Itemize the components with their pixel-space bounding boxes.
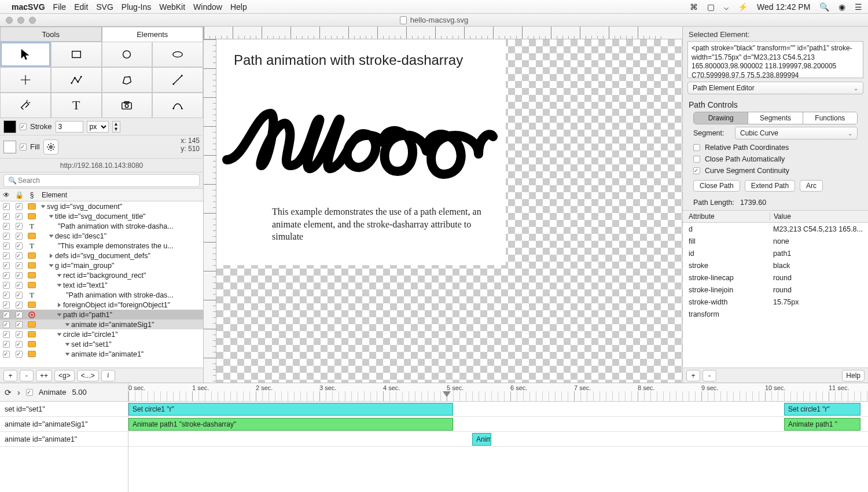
help-button[interactable]: Help	[842, 370, 865, 381]
tool-crosshair[interactable]	[0, 67, 51, 93]
minimize-window-button[interactable]	[17, 17, 24, 24]
attribute-row[interactable]: stroke-linecapround	[683, 271, 868, 284]
tool-path[interactable]	[152, 93, 203, 118]
tree-row[interactable]: g id="main_group"	[0, 260, 203, 270]
segment-type-select[interactable]: Cubic Curve⌄	[735, 127, 858, 139]
tree-row[interactable]: desc id="desc1"	[0, 231, 203, 241]
menu-plugins[interactable]: Plug-Ins	[122, 2, 151, 12]
attr-header-name[interactable]: Attribute	[683, 212, 770, 221]
remove-element-button[interactable]: -	[20, 370, 34, 381]
stroke-unit-select[interactable]: px	[87, 121, 109, 133]
duplicate-element-button[interactable]: ++	[36, 370, 52, 381]
tree-row[interactable]: rect id="background_rect"	[0, 270, 203, 280]
timeline-ruler[interactable]: 0 sec.1 sec.2 sec.3 sec.4 sec.5 sec.6 se…	[128, 383, 868, 402]
attribute-row[interactable]: dM23,213 C54.5,213 165.8...	[683, 223, 868, 235]
seg-functions[interactable]: Functions	[803, 112, 857, 124]
arc-button[interactable]: Arc	[800, 180, 823, 192]
notification-center-icon[interactable]: ☰	[855, 2, 862, 12]
zoom-window-button[interactable]	[29, 17, 36, 24]
timeline-reload-button[interactable]: ⟳	[5, 388, 12, 397]
timeline-playhead[interactable]	[443, 391, 451, 397]
close-path-button[interactable]: Close Path	[693, 180, 740, 192]
tool-polyline[interactable]	[51, 67, 102, 93]
spotlight-icon[interactable]: 🔍	[819, 2, 829, 12]
tool-polygon[interactable]	[102, 67, 153, 93]
tree-row[interactable]: svg id="svg_document"	[0, 201, 203, 211]
info-button[interactable]: i	[101, 370, 115, 381]
selected-element-text[interactable]: <path stroke="black" transform="" id="pa…	[687, 41, 863, 78]
tree-row[interactable]: animate id="animate1"	[0, 349, 203, 359]
timeline-bar[interactable]: Set circle1 "r"	[784, 403, 860, 416]
timeline-bar[interactable]: Animate circle1 "r"	[472, 433, 491, 446]
tree-row[interactable]: title id="svg_document_title"	[0, 211, 203, 221]
seg-drawing[interactable]: Drawing	[694, 112, 748, 124]
search-input[interactable]	[3, 174, 200, 187]
tool-plugin[interactable]	[0, 93, 51, 118]
tool-line[interactable]	[152, 67, 203, 93]
tool-image[interactable]	[102, 93, 153, 118]
tree-header-visibility-icon[interactable]: 👁	[0, 191, 13, 199]
settings-gear-button[interactable]	[43, 139, 58, 155]
stroke-width-input[interactable]	[56, 121, 83, 133]
clock[interactable]: Wed 12:42 PM	[757, 2, 810, 12]
timeline-track-label[interactable]: set id="set1"	[0, 402, 128, 417]
animate-checkbox[interactable]	[26, 389, 33, 396]
airplay-icon[interactable]: ▢	[707, 2, 715, 12]
fill-swatch[interactable]	[3, 141, 16, 153]
stroke-swatch[interactable]	[3, 120, 16, 133]
close-window-button[interactable]	[6, 17, 13, 24]
stroke-stepper[interactable]: ▲▼	[112, 121, 120, 133]
tree-header-lock-icon[interactable]: 🔒	[13, 191, 25, 199]
siri-icon[interactable]: ◉	[838, 2, 845, 12]
menu-file[interactable]: File	[53, 2, 67, 12]
timeline-bar[interactable]: Animate path1 "	[784, 418, 860, 431]
attr-header-value[interactable]: Value	[770, 212, 868, 221]
tree-row[interactable]: circle id="circle1"	[0, 329, 203, 339]
tree-row[interactable]: animate id="animateSig1"	[0, 320, 203, 329]
group-button[interactable]: <g>	[54, 370, 75, 381]
curve-continuity-checkbox[interactable]	[693, 167, 700, 174]
menu-help[interactable]: Help	[230, 2, 247, 12]
remove-attribute-button[interactable]: -	[703, 370, 716, 381]
timeline-play-button[interactable]: ›	[17, 388, 20, 397]
stroke-checkbox[interactable]	[20, 123, 27, 130]
app-name[interactable]: macSVG	[12, 2, 45, 12]
timeline-track-label[interactable]: animate id="animateSig1"	[0, 417, 128, 432]
editor-select[interactable]: Path Element Editor⌄	[687, 82, 863, 94]
tree-row[interactable]: T"This example demonstrates the u...	[0, 241, 203, 251]
tree-row[interactable]: foreignObject id="foreignObject1"	[0, 300, 203, 310]
tree-row[interactable]: path id="path1"	[0, 310, 203, 320]
relative-coords-checkbox[interactable]	[693, 144, 700, 151]
tree-row[interactable]: T"Path animation with stroke-dasha...	[0, 221, 203, 231]
canvas-viewport[interactable]: Path animation with stroke-dasharray Thi…	[216, 39, 682, 383]
menu-webkit[interactable]: WebKit	[159, 2, 185, 12]
tool-rect[interactable]	[51, 42, 102, 67]
tree-row[interactable]: T"Path animation with stroke-das...	[0, 290, 203, 300]
tool-text[interactable]: T	[51, 93, 102, 118]
tab-elements[interactable]: Elements	[102, 27, 204, 42]
attribute-row[interactable]: strokeblack	[683, 259, 868, 271]
tool-arrow[interactable]	[0, 42, 51, 67]
tree-row[interactable]: text id="text1"	[0, 280, 203, 290]
close-path-auto-checkbox[interactable]	[693, 156, 700, 163]
tray-icon[interactable]: ⌘	[690, 2, 698, 12]
tab-tools[interactable]: Tools	[0, 27, 102, 42]
attribute-row[interactable]: fillnone	[683, 235, 868, 247]
tool-ellipse[interactable]	[152, 42, 203, 67]
tool-circle[interactable]	[102, 42, 153, 67]
attribute-row[interactable]: stroke-width15.75px	[683, 296, 868, 308]
add-attribute-button[interactable]: +	[686, 370, 700, 381]
menu-edit[interactable]: Edit	[74, 2, 88, 12]
tree-header-element[interactable]: Element	[38, 191, 203, 199]
attribute-row[interactable]: transform	[683, 308, 868, 320]
timeline-track-label[interactable]: animate id="animate1"	[0, 432, 128, 447]
seg-segments[interactable]: Segments	[748, 112, 802, 124]
timeline-bar[interactable]: Set circle1 "r"	[128, 403, 453, 416]
attribute-row[interactable]: idpath1	[683, 247, 868, 259]
tree-row[interactable]: set id="set1"	[0, 339, 203, 349]
menu-window[interactable]: Window	[193, 2, 222, 12]
fill-checkbox[interactable]	[20, 144, 27, 150]
tree-header-section-icon[interactable]: §	[25, 191, 38, 199]
wifi-icon[interactable]: ⌵	[724, 2, 729, 12]
menu-svg[interactable]: SVG	[96, 2, 113, 12]
